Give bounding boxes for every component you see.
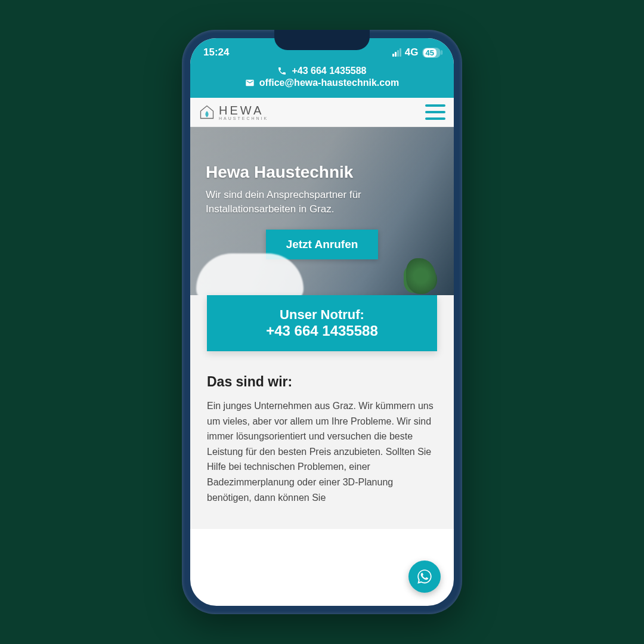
status-indicators: 4G 45	[392, 47, 441, 58]
emergency-label: Unser Notruf:	[216, 307, 428, 323]
email-icon	[245, 78, 255, 88]
hamburger-icon	[425, 104, 445, 107]
phone-icon	[277, 66, 287, 76]
hero-subtitle: Wir sind dein Ansprechspartner für Insta…	[206, 188, 438, 216]
battery-icon: 45	[422, 48, 441, 58]
hero-title: Hewa Haustechnik	[206, 163, 438, 182]
logo-subtitle: HAUSTECHNIK	[219, 116, 268, 120]
emergency-card[interactable]: Unser Notruf: +43 664 1435588	[207, 295, 437, 351]
about-heading: Das sind wir:	[207, 374, 437, 390]
contact-topbar: +43 664 1435588 office@hewa-haustechnik.…	[190, 62, 454, 98]
signal-icon	[392, 48, 401, 57]
about-body: Ein junges Unternehmen aus Graz. Wir küm…	[207, 398, 437, 505]
menu-button[interactable]	[425, 104, 445, 120]
emergency-number: +43 664 1435588	[216, 323, 428, 339]
whatsapp-icon	[416, 568, 433, 585]
phone-frame: 15:24 4G 45 +43 664 1435588 office@hewa-…	[182, 30, 462, 614]
phone-notch	[274, 30, 370, 50]
topbar-email[interactable]: office@hewa-haustechnik.com	[196, 78, 448, 88]
header-bar: HEWA HAUSTECHNIK	[190, 98, 454, 127]
topbar-phone[interactable]: +43 664 1435588	[196, 66, 448, 76]
emergency-section: Unser Notruf: +43 664 1435588	[190, 295, 454, 361]
logo[interactable]: HEWA HAUSTECHNIK	[199, 104, 268, 120]
phone-screen: 15:24 4G 45 +43 664 1435588 office@hewa-…	[190, 38, 454, 606]
whatsapp-button[interactable]	[408, 561, 441, 593]
about-section: Das sind wir: Ein junges Unternehmen aus…	[190, 361, 454, 529]
logo-house-icon	[199, 104, 215, 120]
hero-section: Hewa Haustechnik Wir sind dein Ansprechs…	[190, 127, 454, 318]
battery-level: 45	[423, 48, 436, 57]
topbar-phone-text: +43 664 1435588	[292, 66, 366, 76]
logo-text: HEWA	[219, 104, 268, 116]
topbar-email-text: office@hewa-haustechnik.com	[259, 78, 399, 88]
network-label: 4G	[405, 47, 419, 58]
status-time: 15:24	[203, 47, 229, 58]
call-now-button[interactable]: Jetzt Anrufen	[266, 230, 379, 259]
